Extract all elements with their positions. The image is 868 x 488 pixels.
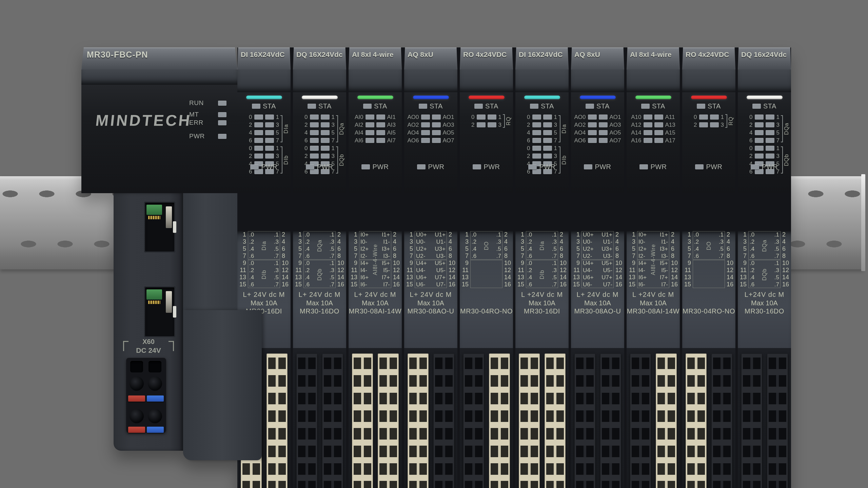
channel-label-left: A16: [629, 137, 642, 144]
led-group-bracket: RQ: [725, 113, 734, 129]
channel-label-right: AO7: [443, 137, 455, 144]
sta-led-row: STA: [404, 102, 457, 110]
channel-label-right: AO5: [443, 129, 455, 136]
pin-number-right: 6: [280, 245, 289, 252]
terminal-block: [293, 348, 346, 488]
module-led-panel: STA A10 A11: [627, 92, 680, 193]
status-color-bar: [691, 96, 727, 99]
pin-group-outline-bottom: [470, 260, 502, 288]
max-current-label: Max 10A: [627, 299, 680, 307]
pin-number-left: 9: [684, 260, 692, 267]
module-cap: DI 16X24VdC: [515, 47, 569, 69]
channel-label-right: A13: [665, 122, 677, 128]
channel-label-right: A11: [665, 114, 677, 121]
mt-led-label: MT: [189, 111, 199, 118]
pin-number-right: 12: [781, 267, 789, 274]
channel-led: [654, 122, 663, 127]
channel-label-left: 4: [741, 129, 753, 136]
channel-label-left: AO4: [574, 129, 586, 136]
terminal-block: [515, 348, 569, 488]
module-upper-housing: [515, 69, 569, 92]
channel-led-row: AI6 AI7: [349, 137, 402, 144]
head-front-panel: MINDTECH RUN MT ERR PWR: [81, 85, 237, 193]
sta-led-label: STA: [485, 102, 498, 110]
pin-group-outline-bottom: [581, 260, 614, 288]
channel-label-left: 2: [518, 153, 530, 160]
pin-number-right: 4: [614, 238, 622, 245]
module-led-panel: STA 0 1: [237, 92, 291, 193]
pin-number-right: 16: [558, 281, 567, 288]
channel-led: [265, 130, 274, 135]
module-cap: RO 4x24VDC: [460, 47, 513, 69]
pwr-led: [584, 164, 592, 169]
pin-number-right: 4: [670, 238, 678, 245]
pin-map: 1 I0+ I1+ 2 3 I0- I: [628, 231, 678, 288]
channel-label-left: A10: [629, 114, 642, 121]
channel-led: [755, 130, 764, 135]
sta-led-row: STA: [349, 102, 402, 110]
module-type-label: AQ 8xU: [404, 47, 457, 59]
module-upper-housing: [627, 69, 680, 92]
channel-led: [366, 115, 374, 120]
pin-number-right: 6: [558, 245, 567, 252]
pwr-led-row: PWR: [237, 163, 291, 171]
pin-number-right: 10: [447, 260, 455, 267]
pwr-led: [639, 164, 648, 169]
pin-number-right: 16: [670, 281, 678, 288]
channel-led: [710, 115, 719, 120]
pwr-led-label: PWR: [372, 163, 389, 171]
pin-number-left: 13: [295, 274, 303, 281]
bracket-line: [503, 114, 505, 128]
pin-group-outline-bottom: [415, 260, 447, 288]
pin-number-right: 10: [336, 260, 344, 267]
module-led-panel: STA 0 1: [293, 92, 346, 193]
status-color-bar: [302, 96, 338, 99]
connector-hole: [130, 409, 144, 423]
pin-map: 1 .0 .1 2 3 .2 .3: [517, 231, 567, 288]
channel-led: [254, 154, 263, 159]
pwr-led: [361, 164, 370, 169]
channel-led: [766, 146, 774, 151]
pwr-led-label: PWR: [428, 163, 444, 171]
channel-label-right: AI5: [387, 129, 399, 136]
module-type-label: RO 4x24VDC: [460, 47, 513, 59]
pwr-led: [473, 164, 481, 169]
io-module-row: DI 16X24VdC STA 0: [237, 47, 791, 488]
channel-led: [477, 122, 486, 127]
pin-number-left: 13: [239, 274, 248, 281]
terminal-assignment-panel: 1 I0+ I1+ 2 3 I0- I: [349, 231, 402, 348]
pin-number-right: 4: [336, 238, 344, 245]
pin-number-left: 11: [684, 267, 692, 274]
bracket-line: [280, 115, 282, 142]
pin-number-left: 3: [406, 238, 414, 245]
power-designator: X60: [136, 338, 161, 346]
channel-led: [432, 115, 441, 120]
module-led-panel: STA 0 1: [682, 92, 735, 193]
channel-label-left: 4: [296, 129, 308, 136]
module-type-label: DQ 16X24Vdc: [293, 47, 346, 59]
terminal-strip: [408, 353, 429, 488]
pin-group-label: DIb: [261, 262, 267, 287]
terminal-strip: [711, 353, 732, 488]
sta-led-row: STA: [682, 102, 735, 110]
max-current-label: Max 10A: [515, 299, 569, 307]
pwr-led: [218, 134, 226, 139]
pin-number-left: 3: [684, 238, 692, 245]
pin-number-left: 9: [295, 260, 303, 267]
terminal-assignment-panel: 1 .0 .1 2 3 .2 .3: [460, 231, 513, 348]
io-module: AI 8xI 4-wire STA A: [349, 47, 402, 488]
channel-led: [599, 138, 608, 143]
terminal-strip: [574, 353, 595, 488]
terminal-block: [627, 348, 680, 488]
channel-led-row: AO0 AO1: [571, 113, 624, 121]
channel-led: [432, 138, 441, 143]
pin-number-right: 4: [503, 238, 511, 245]
pin-number-right: 6: [614, 245, 622, 252]
channel-led: [366, 138, 374, 143]
channel-led-row: A10 A11: [627, 113, 680, 121]
pin-number-left: 7: [351, 252, 359, 260]
pin-number-left: 15: [239, 281, 248, 288]
pin-number-right: 12: [503, 267, 511, 274]
terminal-assignment-panel: 1 .0 .1 2 3 .2 .3: [293, 231, 346, 348]
pin-number-right: 2: [392, 231, 400, 238]
